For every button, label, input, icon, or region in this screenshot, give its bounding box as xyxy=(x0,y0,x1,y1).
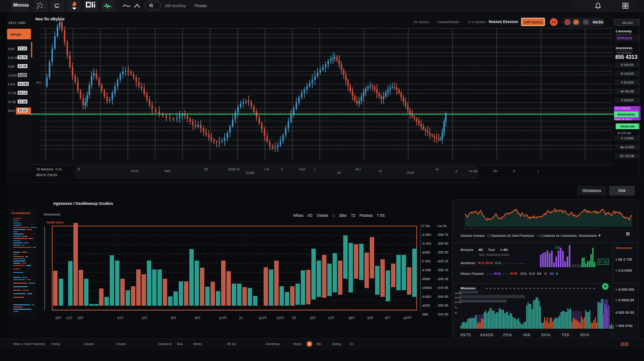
svg-text:332: 332 xyxy=(555,246,560,249)
